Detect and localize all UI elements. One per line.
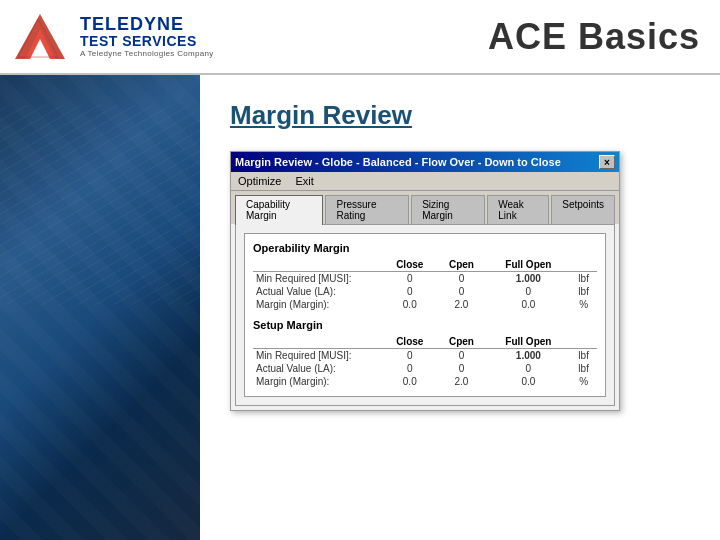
row-fullopen: 0	[486, 285, 570, 298]
operability-margin-title: Operability Margin	[253, 242, 597, 254]
row-unit: lbf	[570, 362, 597, 375]
col-header-fullopen: Full Open	[486, 258, 570, 272]
operability-margin-table: Close Cpen Full Open Min Required [MUSI]…	[253, 258, 597, 311]
dialog-body: Operability Margin Close Cpen Full Open	[235, 224, 615, 406]
col-header-close: Close	[383, 258, 437, 272]
row-unit: lbf	[570, 285, 597, 298]
page-title: ACE Basics	[488, 16, 700, 58]
row-label: Margin (Margin):	[253, 375, 383, 388]
logo-text: TELEDYNE TEST SERVICES A Teledyne Techno…	[80, 15, 214, 59]
row-close: 0	[383, 362, 437, 375]
row-close: 0.0	[383, 375, 437, 388]
row-fullopen: 1.000	[486, 272, 570, 286]
col-header-cpen: Cpen	[437, 335, 487, 349]
row-unit: lbf	[570, 349, 597, 363]
col-header-unit	[570, 335, 597, 349]
row-unit: lbf	[570, 272, 597, 286]
row-label: Actual Value (LA):	[253, 362, 383, 375]
company-name-line2: TEST SERVICES	[80, 34, 214, 49]
dialog-title: Margin Review - Globe - Balanced - Flow …	[235, 156, 561, 168]
row-unit: %	[570, 375, 597, 388]
row-cpen: 0	[437, 285, 487, 298]
table-row: Margin (Margin): 0.0 2.0 0.0 %	[253, 298, 597, 311]
table-row: Min Required [MUSI]: 0 0 1.000 lbf	[253, 349, 597, 363]
row-close: 0	[383, 349, 437, 363]
setup-margin-title: Setup Margin	[253, 319, 597, 331]
tab-weak-link[interactable]: Weak Link	[487, 195, 549, 224]
table-row: Margin (Margin): 0.0 2.0 0.0 %	[253, 375, 597, 388]
table-row: Actual Value (LA): 0 0 0 lbf	[253, 362, 597, 375]
company-tagline: A Teledyne Technologies Company	[80, 50, 214, 59]
dialog-inner-panel: Operability Margin Close Cpen Full Open	[244, 233, 606, 397]
tab-pressure-rating[interactable]: Pressure Rating	[325, 195, 409, 224]
company-name-line1: TELEDYNE	[80, 15, 214, 35]
dialog-tabs: Capability Margin Pressure Rating Sizing…	[231, 191, 619, 224]
dialog-titlebar: Margin Review - Globe - Balanced - Flow …	[231, 152, 619, 172]
menu-item-optimize[interactable]: Optimize	[235, 174, 284, 188]
teledyne-logo-icon	[10, 9, 70, 64]
setup-margin-table: Close Cpen Full Open Min Required [MUSI]…	[253, 335, 597, 388]
section-title: Margin Review	[230, 100, 690, 131]
col-header-unit	[570, 258, 597, 272]
row-fullopen: 1.000	[486, 349, 570, 363]
tab-capability-margin[interactable]: Capability Margin	[235, 195, 323, 225]
content-area: Margin Review Margin Review - Globe - Ba…	[200, 75, 720, 540]
dialog-menubar: Optimize Exit	[231, 172, 619, 191]
row-cpen: 0	[437, 362, 487, 375]
header: TELEDYNE TEST SERVICES A Teledyne Techno…	[0, 0, 720, 75]
row-cpen: 0	[437, 349, 487, 363]
row-fullopen: 0.0	[486, 298, 570, 311]
col-header-fullopen: Full Open	[486, 335, 570, 349]
row-fullopen: 0.0	[486, 375, 570, 388]
row-label: Margin (Margin):	[253, 298, 383, 311]
row-close: 0	[383, 272, 437, 286]
col-header-label	[253, 335, 383, 349]
tab-setpoints[interactable]: Setpoints	[551, 195, 615, 224]
margin-review-dialog: Margin Review - Globe - Balanced - Flow …	[230, 151, 620, 411]
row-close: 0.0	[383, 298, 437, 311]
col-header-cpen: Cpen	[437, 258, 487, 272]
main-content: Margin Review Margin Review - Globe - Ba…	[0, 75, 720, 540]
row-label: Min Required [MUSI]:	[253, 272, 383, 286]
table-row: Min Required [MUSI]: 0 0 1.000 lbf	[253, 272, 597, 286]
row-cpen: 2.0	[437, 375, 487, 388]
sidebar-background	[0, 75, 200, 540]
tab-sizing-margin[interactable]: Sizing Margin	[411, 195, 485, 224]
row-fullopen: 0	[486, 362, 570, 375]
logo-area: TELEDYNE TEST SERVICES A Teledyne Techno…	[10, 9, 214, 64]
dialog-close-button[interactable]: ×	[599, 155, 615, 169]
row-cpen: 0	[437, 272, 487, 286]
col-header-close: Close	[383, 335, 437, 349]
row-label: Min Required [MUSI]:	[253, 349, 383, 363]
row-unit: %	[570, 298, 597, 311]
table-row: Actual Value (LA): 0 0 0 lbf	[253, 285, 597, 298]
menu-item-exit[interactable]: Exit	[292, 174, 316, 188]
col-header-label	[253, 258, 383, 272]
row-cpen: 2.0	[437, 298, 487, 311]
row-label: Actual Value (LA):	[253, 285, 383, 298]
row-close: 0	[383, 285, 437, 298]
